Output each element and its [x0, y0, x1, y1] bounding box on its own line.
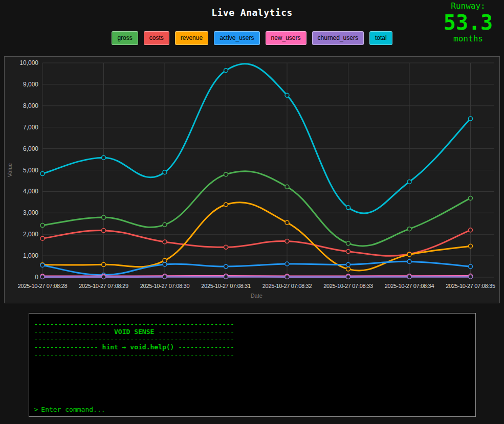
command-input[interactable] [41, 406, 470, 413]
data-point-total [285, 93, 289, 97]
data-point-churned_users [224, 275, 228, 279]
data-point-revenue [224, 203, 228, 207]
x-axis-title: Date [251, 293, 262, 299]
y-tick-label: 10,000 [19, 59, 38, 66]
data-point-costs [102, 229, 106, 233]
data-point-total [346, 206, 350, 210]
data-point-gross [285, 185, 289, 189]
runway-indicator: Runway: 53.3 months [437, 1, 499, 44]
data-point-gross [224, 172, 228, 176]
legend-button-total[interactable]: total [369, 31, 392, 45]
runway-label: Runway: [437, 1, 499, 11]
y-tick-label: 4,000 [23, 188, 38, 195]
legend-button-gross[interactable]: gross [112, 31, 138, 45]
data-point-total [163, 170, 167, 174]
terminal-line: ------------------- VOID SENSE ---------… [34, 328, 470, 336]
data-point-gross [163, 222, 167, 227]
series-line-costs [42, 230, 471, 256]
terminal-line: ----------------------------------------… [34, 351, 470, 359]
terminal-line-dashes: ------------------- [158, 328, 234, 336]
data-point-gross [102, 215, 106, 219]
data-point-costs [469, 228, 473, 232]
chart-panel: 01,0002,0003,0004,0005,0006,0007,0008,00… [4, 56, 500, 303]
x-tick-label: 2025-10-27 07:08:30 [140, 283, 190, 289]
legend-button-churned_users[interactable]: churned_users [312, 31, 364, 45]
terminal-line-emphasis: VOID SENSE [110, 328, 158, 336]
data-point-revenue [469, 244, 473, 248]
x-tick-label: 2025-10-27 07:08:35 [446, 283, 495, 289]
terminal-line: ----------------------------------------… [34, 320, 470, 328]
prompt-symbol: > [34, 406, 38, 413]
y-tick-label: 8,000 [23, 102, 38, 109]
terminal-line-dashes: ----------------------------------------… [34, 336, 234, 343]
terminal-line-dashes: ---------------- [34, 343, 98, 351]
data-point-revenue [102, 262, 106, 266]
runway-unit: months [437, 34, 499, 44]
terminal: ----------------------------------------… [29, 313, 476, 417]
runway-value: 53.3 [437, 11, 499, 34]
y-tick-label: 0 [35, 274, 38, 281]
y-tick-label: 3,000 [23, 209, 38, 216]
data-point-costs [40, 236, 45, 240]
x-tick-label: 2025-10-27 07:08:32 [262, 283, 312, 289]
data-point-active_users [224, 264, 228, 269]
data-point-revenue [346, 267, 350, 271]
data-point-gross [40, 224, 45, 228]
data-point-active_users [346, 262, 350, 266]
data-point-churned_users [407, 275, 411, 279]
data-point-churned_users [163, 275, 167, 279]
legend-button-new_users[interactable]: new_users [266, 31, 306, 45]
data-point-churned_users [40, 275, 45, 279]
data-point-costs [163, 240, 167, 244]
chart-legend: grosscostsrevenueactive_usersnew_usersch… [0, 31, 504, 45]
data-point-active_users [285, 262, 289, 266]
page-title: Live Analytics [0, 0, 504, 18]
y-tick-label: 5,000 [23, 167, 38, 174]
y-tick-label: 6,000 [23, 145, 38, 152]
data-point-total [469, 117, 473, 121]
data-point-total [407, 180, 411, 184]
data-point-active_users [163, 262, 167, 266]
x-tick-label: 2025-10-27 07:08:29 [79, 283, 128, 289]
data-point-active_users [407, 259, 411, 263]
data-point-churned_users [346, 275, 350, 279]
data-point-churned_users [469, 275, 473, 279]
data-point-gross [469, 196, 473, 200]
dashboard-header: Live Analytics Runway: 53.3 months gross… [0, 0, 504, 56]
data-point-costs [346, 250, 350, 254]
terminal-line-dashes: ----------------------------------------… [34, 351, 234, 359]
data-point-churned_users [102, 275, 106, 279]
legend-button-revenue[interactable]: revenue [175, 31, 208, 45]
data-point-revenue [163, 258, 167, 262]
terminal-line: ----------------------------------------… [34, 336, 470, 343]
data-point-total [40, 172, 45, 176]
y-tick-label: 7,000 [23, 124, 38, 131]
x-tick-label: 2025-10-27 07:08:33 [323, 283, 373, 289]
data-point-gross [346, 241, 350, 246]
terminal-line: ---------------- hint → void.help() ----… [34, 343, 470, 351]
y-tick-label: 9,000 [23, 81, 38, 88]
series-line-total [42, 64, 471, 213]
data-point-costs [285, 239, 289, 243]
y-axis-title: Value [7, 163, 13, 177]
data-point-active_users [40, 263, 45, 267]
terminal-line-emphasis: hint → void.help() [98, 343, 179, 351]
data-point-churned_users [285, 275, 289, 279]
legend-button-active_users[interactable]: active_users [214, 31, 259, 45]
series-line-active_users [42, 261, 471, 275]
x-tick-label: 2025-10-27 07:08:34 [385, 283, 434, 289]
data-point-revenue [407, 253, 411, 257]
data-point-active_users [469, 264, 473, 269]
y-tick-label: 1,000 [23, 252, 38, 259]
terminal-line-dashes: ----------------------------------------… [34, 320, 234, 328]
terminal-output: ----------------------------------------… [29, 314, 475, 359]
x-tick-label: 2025-10-27 07:08:28 [18, 283, 68, 289]
legend-button-costs[interactable]: costs [144, 31, 169, 45]
terminal-prompt-row: > [29, 406, 475, 416]
series-line-revenue [42, 203, 471, 271]
data-point-gross [407, 227, 411, 231]
y-tick-label: 2,000 [23, 231, 38, 238]
data-point-costs [224, 245, 228, 249]
data-point-revenue [285, 220, 289, 225]
data-point-total [224, 69, 228, 73]
